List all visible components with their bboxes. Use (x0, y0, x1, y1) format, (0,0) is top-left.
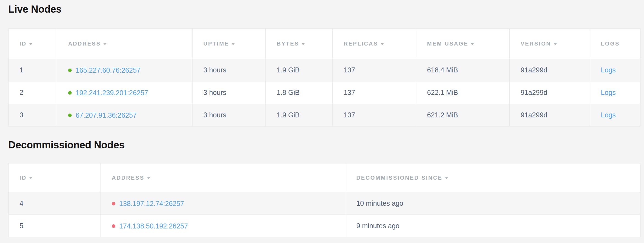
node-address-cell: 67.207.91.36:26257 (57, 104, 192, 126)
sort-arrow-icon (147, 177, 150, 179)
logs-link[interactable]: Logs (601, 66, 616, 74)
node-version-cell: 91a299d (509, 59, 590, 81)
node-address-cell: 138.197.12.74:26257 (101, 192, 345, 215)
live-nodes-header-row: ID ADDRESS UPTIME BYTES REPLICAS MEM USA… (9, 29, 640, 59)
column-header-version[interactable]: VERSION (509, 29, 590, 59)
table-row: 3 67.207.91.36:26257 3 hours 1.9 GiB 137… (9, 104, 640, 126)
node-bytes-cell: 1.8 GiB (266, 81, 333, 104)
column-header-label: UPTIME (203, 41, 229, 47)
node-replicas-cell: 137 (333, 104, 416, 126)
live-status-dot-icon (68, 114, 72, 117)
sort-arrow-icon (445, 177, 448, 179)
decommissioned-since-cell: 9 minutes ago (345, 215, 640, 237)
sort-arrow-icon (381, 43, 384, 45)
logs-link[interactable]: Logs (601, 111, 616, 119)
sort-arrow-icon (29, 43, 32, 45)
column-header-label: REPLICAS (344, 41, 378, 47)
decommissioned-header-row: ID ADDRESS DECOMMISSIONED SINCE (9, 163, 640, 192)
node-uptime-cell: 3 hours (192, 81, 266, 104)
column-header-decommissioned-since[interactable]: DECOMMISSIONED SINCE (345, 163, 640, 192)
node-id-cell: 5 (9, 215, 101, 237)
column-header-label: BYTES (277, 41, 299, 47)
live-nodes-title: Live Nodes (8, 3, 640, 15)
node-logs-cell: Logs (590, 81, 640, 104)
live-status-dot-icon (68, 69, 72, 72)
column-header-uptime[interactable]: UPTIME (192, 29, 266, 59)
column-header-label: LOGS (601, 41, 620, 47)
column-header-label: ADDRESS (68, 41, 101, 47)
node-bytes-cell: 1.9 GiB (266, 104, 333, 126)
node-address-cell: 174.138.50.192:26257 (101, 215, 345, 237)
decommissioned-status-dot-icon (112, 224, 115, 228)
decommissioned-status-dot-icon (112, 202, 115, 205)
sort-arrow-icon (471, 43, 474, 45)
node-replicas-cell: 137 (333, 59, 416, 81)
column-header-label: ID (19, 175, 27, 181)
node-address-link[interactable]: 174.138.50.192:26257 (119, 222, 188, 229)
node-id-cell: 4 (9, 192, 101, 215)
node-id-cell: 1 (9, 59, 57, 81)
node-uptime-cell: 3 hours (192, 104, 266, 126)
live-status-dot-icon (68, 91, 72, 95)
logs-link[interactable]: Logs (601, 89, 616, 96)
column-header-label: DECOMMISSIONED SINCE (356, 175, 442, 181)
column-header-label: ID (19, 41, 27, 47)
node-logs-cell: Logs (590, 59, 640, 81)
node-address-link[interactable]: 165.227.60.76:26257 (76, 66, 140, 74)
node-bytes-cell: 1.9 GiB (266, 59, 333, 81)
column-header-logs: LOGS (590, 29, 640, 59)
nodes-page: Live Nodes ID ADDRESS UPTIME BYTES REPLI… (0, 0, 644, 237)
column-header-label: VERSION (521, 41, 551, 47)
sort-arrow-icon (232, 43, 235, 45)
decommissioned-nodes-table: ID ADDRESS DECOMMISSIONED SINCE 4 138.19… (8, 163, 640, 237)
column-header-id[interactable]: ID (9, 29, 57, 59)
column-header-address[interactable]: ADDRESS (57, 29, 192, 59)
node-id-cell: 3 (9, 104, 57, 126)
node-logs-cell: Logs (590, 104, 640, 126)
sort-arrow-icon (554, 43, 557, 45)
node-version-cell: 91a299d (509, 104, 590, 126)
column-header-id[interactable]: ID (9, 163, 101, 192)
column-header-replicas[interactable]: REPLICAS (333, 29, 416, 59)
node-uptime-cell: 3 hours (192, 59, 266, 81)
node-replicas-cell: 137 (333, 81, 416, 104)
node-id-cell: 2 (9, 81, 57, 104)
live-nodes-table: ID ADDRESS UPTIME BYTES REPLICAS MEM USA… (8, 29, 640, 126)
decommissioned-since-cell: 10 minutes ago (345, 192, 640, 215)
column-header-mem-usage[interactable]: MEM USAGE (416, 29, 510, 59)
node-address-cell: 165.227.60.76:26257 (57, 59, 192, 81)
node-mem-usage-cell: 621.2 MiB (416, 104, 510, 126)
node-address-link[interactable]: 192.241.239.201:26257 (76, 88, 148, 96)
node-mem-usage-cell: 622.1 MiB (416, 81, 510, 104)
node-version-cell: 91a299d (509, 81, 590, 104)
column-header-label: ADDRESS (112, 175, 144, 181)
table-row: 2 192.241.239.201:26257 3 hours 1.8 GiB … (9, 81, 640, 104)
node-address-link[interactable]: 138.197.12.74:26257 (119, 199, 184, 207)
sort-arrow-icon (29, 177, 32, 179)
sort-arrow-icon (103, 43, 107, 45)
column-header-bytes[interactable]: BYTES (266, 29, 333, 59)
decommissioned-nodes-title: Decommissioned Nodes (8, 139, 640, 151)
column-header-address[interactable]: ADDRESS (101, 163, 345, 192)
node-mem-usage-cell: 618.4 MiB (416, 59, 510, 81)
table-row: 5 174.138.50.192:26257 9 minutes ago (9, 215, 640, 237)
node-address-cell: 192.241.239.201:26257 (57, 81, 192, 104)
sort-arrow-icon (302, 43, 305, 45)
column-header-label: MEM USAGE (427, 41, 468, 47)
node-address-link[interactable]: 67.207.91.36:26257 (76, 111, 136, 118)
table-row: 1 165.227.60.76:26257 3 hours 1.9 GiB 13… (9, 59, 640, 81)
table-row: 4 138.197.12.74:26257 10 minutes ago (9, 192, 640, 215)
